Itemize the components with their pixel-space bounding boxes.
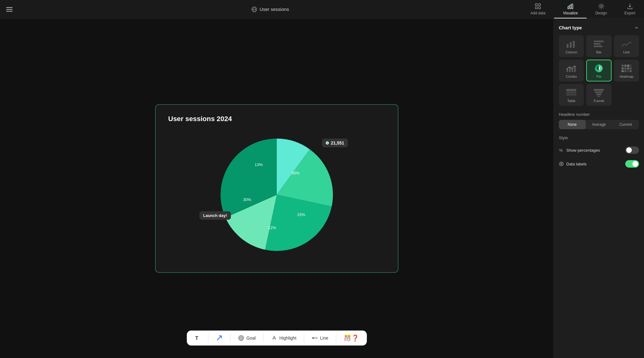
line-icon — [312, 335, 318, 341]
data-labels-label: Data labels — [566, 162, 587, 166]
chart-title: User sessions 2024 — [168, 115, 385, 123]
line-label: Line — [320, 336, 328, 341]
headline-number-section: Headline number None Average Current — [559, 112, 639, 129]
arrow-tool[interactable] — [216, 335, 223, 341]
app-title: User sessions — [260, 7, 289, 12]
headline-current[interactable]: Current — [612, 120, 639, 129]
chart-type-title: Chart type — [559, 25, 582, 30]
column-label: Column — [565, 50, 577, 54]
chart-type-funnel[interactable]: Funnel — [586, 84, 611, 106]
text-tool[interactable]: T — [194, 335, 201, 341]
add-data-icon — [534, 3, 541, 10]
chart-type-heatmap[interactable]: Heatmap — [614, 60, 639, 81]
combo-chart-icon — [566, 64, 577, 73]
table-label: Table — [567, 99, 575, 103]
tab-design[interactable]: Design — [587, 0, 616, 18]
combo-label: Combo — [566, 75, 577, 78]
svg-rect-39 — [630, 67, 632, 70]
headline-number-label: Headline number — [559, 112, 639, 117]
toggle-knob-datalabels — [632, 161, 638, 167]
highlight-tool[interactable]: Highlight — [271, 335, 296, 341]
bottom-toolbar: T Goal — [187, 331, 367, 346]
globe-icon — [251, 7, 257, 12]
svg-rect-42 — [627, 70, 629, 72]
topbar-actions: Add data Visualize Design Export — [522, 0, 644, 18]
svg-rect-8 — [570, 5, 571, 9]
tab-add-data[interactable]: Add data — [522, 0, 554, 18]
svg-rect-7 — [568, 6, 569, 8]
svg-rect-46 — [566, 94, 576, 96]
svg-rect-19 — [567, 44, 568, 48]
svg-point-54 — [559, 162, 563, 166]
main-content: User sessions 2024 — [0, 19, 644, 358]
toolbar-divider-1 — [208, 334, 208, 342]
svg-rect-21 — [573, 41, 575, 48]
goal-tool[interactable]: Goal — [238, 335, 256, 341]
text-icon: T — [194, 335, 201, 341]
svg-rect-32 — [622, 65, 624, 67]
svg-text:%: % — [559, 148, 563, 153]
toolbar-divider-4 — [304, 334, 304, 342]
pie-chart — [221, 139, 333, 251]
bar-label: Bar — [596, 50, 602, 54]
svg-rect-49 — [594, 89, 604, 91]
svg-rect-43 — [630, 70, 632, 72]
chart-type-line[interactable]: Line — [614, 35, 639, 57]
chart-type-bar[interactable]: Bar — [586, 35, 611, 57]
svg-text:T: T — [195, 336, 198, 341]
svg-rect-20 — [570, 42, 572, 48]
tab-export[interactable]: Export — [616, 0, 644, 18]
chart-type-table[interactable]: Table — [559, 84, 584, 106]
goal-icon — [238, 335, 244, 341]
right-panel: Chart type Column — [554, 19, 644, 358]
line-label: Line — [623, 50, 630, 54]
headline-none[interactable]: None — [559, 120, 586, 129]
funnel-label: Funnel — [594, 99, 604, 103]
style-section: Style % Show percentages — [559, 135, 639, 171]
chart-type-grid: Column Bar Line — [559, 35, 639, 106]
toolbar-divider-2 — [230, 334, 231, 342]
svg-rect-33 — [624, 65, 627, 67]
topbar-left — [0, 7, 19, 12]
tooltip-launch: Launch day! — [199, 211, 231, 220]
svg-rect-24 — [594, 43, 601, 45]
menu-button[interactable] — [6, 7, 12, 12]
toolbar-divider-5 — [336, 334, 336, 342]
topbar: User sessions Add data Visualize — [0, 0, 644, 19]
chart-type-column[interactable]: Column — [559, 35, 584, 57]
chart-type-pie[interactable]: Pie — [586, 60, 611, 81]
goal-label: Goal — [246, 336, 256, 341]
svg-rect-50 — [595, 91, 603, 93]
collapse-icon[interactable] — [634, 25, 639, 30]
tab-visualize[interactable]: Visualize — [554, 0, 587, 18]
toolbar-divider-3 — [263, 334, 263, 342]
headline-average[interactable]: Average — [586, 120, 612, 129]
svg-rect-6 — [539, 7, 540, 8]
tooltip-value: 21,551 — [322, 139, 348, 147]
show-percentages-toggle[interactable] — [625, 146, 639, 154]
topbar-center: User sessions — [19, 7, 522, 12]
arrow-icon — [216, 335, 223, 341]
data-labels-toggle[interactable] — [625, 160, 639, 168]
emoji-tool[interactable]: 🎊❓ — [344, 334, 359, 342]
headline-btn-group: None Average Current — [559, 120, 639, 129]
chart-card: User sessions 2024 — [155, 104, 398, 273]
line-chart-icon — [621, 40, 632, 48]
svg-rect-41 — [624, 70, 627, 72]
pie-label: Pie — [597, 75, 602, 78]
svg-rect-3 — [535, 3, 537, 5]
svg-rect-40 — [622, 70, 624, 72]
heatmap-icon — [621, 64, 632, 73]
svg-point-15 — [241, 337, 242, 339]
pie-chart-icon — [593, 64, 604, 73]
show-percentages-left: % Show percentages — [559, 148, 600, 153]
tooltip-dot — [326, 141, 329, 145]
show-percentages-row: % Show percentages — [559, 143, 639, 157]
svg-rect-5 — [535, 7, 537, 8]
chart-type-combo[interactable]: Combo — [559, 60, 584, 81]
pie-container: 30% 13% 30% 15% 12% 21,551 La — [168, 129, 385, 260]
visualize-icon — [567, 3, 574, 10]
svg-rect-34 — [627, 65, 629, 67]
line-tool[interactable]: Line — [312, 335, 328, 341]
svg-rect-45 — [566, 92, 576, 93]
